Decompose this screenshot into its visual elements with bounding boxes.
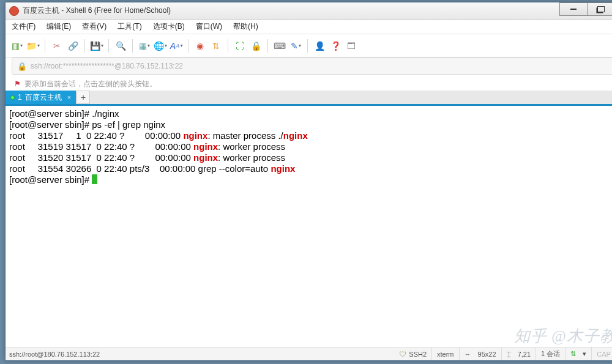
tray-arrow-icon[interactable]: ▾	[583, 350, 586, 358]
menu-help[interactable]: 帮助(H)	[231, 20, 261, 33]
minimize-button[interactable]	[559, 2, 588, 16]
terminal-line: root 31517 1 0 22:40 ? 00:00:00 nginx: m…	[9, 130, 612, 141]
terminal-line: root 31554 30266 0 22:40 pts/3 00:00:00 …	[9, 163, 612, 174]
font-button[interactable]: AA▾	[170, 39, 183, 53]
session-tab[interactable]: 1 百度云主机 ×	[6, 91, 76, 104]
help-button[interactable]: ❓	[329, 39, 342, 53]
menu-view[interactable]: 查看(V)	[80, 20, 109, 33]
highlighter-button[interactable]: ✎▾	[289, 39, 302, 53]
flag-icon: ⚑	[14, 80, 21, 88]
expand-button[interactable]: ⛶	[233, 39, 247, 53]
terminal-line: [root@server sbin]# ./nginx	[9, 108, 612, 119]
status-connection: ssh://root@180.76.152.113:22	[9, 351, 394, 358]
open-folder-button[interactable]: 📁▾	[26, 39, 40, 53]
status-sessions: 1 会话	[536, 347, 565, 360]
lock-icon: 🔒	[17, 62, 27, 71]
menu-file[interactable]: 文件(F)	[9, 20, 38, 33]
tab-label: 百度云主机	[25, 92, 62, 103]
user-button[interactable]: 👤	[313, 39, 326, 53]
properties-button[interactable]: ▦▾	[138, 39, 151, 53]
transfer-button[interactable]: ⇅	[209, 39, 223, 53]
new-tab-button[interactable]: +	[76, 91, 90, 104]
status-proto: SSH2	[409, 351, 427, 358]
maximize-button[interactable]	[587, 2, 612, 16]
address-text: ssh://root:******************@180.76.152…	[31, 62, 612, 70]
toolbar: ▥▾ 📁▾ ✂ 🔗 💾▾ 🔍 ▦▾ 🌐▾ AA▾ ◉ ⇅ ⛶ 🔒 ⌨ ✎▾ 👤 …	[6, 34, 612, 58]
status-pos: 7,21	[518, 351, 531, 358]
terminal-pane[interactable]: [root@server sbin]# ./nginx[root@server …	[6, 106, 612, 348]
cursor-icon: ⌶	[507, 351, 511, 358]
status-size: 95x22	[478, 351, 496, 358]
status-bar: ssh://root@180.76.152.113:22 🛡SSH2 xterm…	[6, 347, 612, 360]
lock-button[interactable]: 🔒	[249, 39, 263, 53]
status-cap: CAP	[591, 347, 612, 360]
menu-window[interactable]: 窗口(W)	[193, 20, 225, 33]
tab-index: 1	[18, 93, 22, 102]
window-title: 百度云主机 - Xshell 6 (Free for Home/School)	[23, 6, 612, 16]
resize-icon: ↔	[465, 351, 471, 358]
hint-text: 要添加当前会话，点击左侧的箭头按钮。	[24, 79, 157, 89]
terminal-line: root 31520 31517 0 22:40 ? 00:00:00 ngin…	[9, 152, 612, 163]
signal-icon: ⇅	[570, 350, 576, 358]
app-icon	[9, 6, 19, 16]
globe-button[interactable]: 🌐▾	[154, 39, 167, 53]
app-window: 百度云主机 - Xshell 6 (Free for Home/School) …	[5, 2, 612, 361]
info-button[interactable]: 🗔	[345, 39, 358, 53]
tab-strip: 1 百度云主机 × + ◂ ▸ ▾	[6, 91, 612, 106]
search-button[interactable]: 🔍	[114, 39, 127, 53]
link-button[interactable]: 🔗	[66, 39, 80, 53]
cut-button[interactable]: ✂	[50, 39, 64, 53]
terminal-line: root 31519 31517 0 22:40 ? 00:00:00 ngin…	[9, 141, 612, 152]
status-dot-icon	[10, 95, 15, 100]
terminal-line: [root@server sbin]#	[9, 174, 612, 185]
address-bar[interactable]: 🔒 ssh://root:******************@180.76.1…	[12, 58, 612, 75]
shield-icon: 🛡	[399, 350, 406, 358]
menu-edit[interactable]: 编辑(E)	[44, 20, 73, 33]
new-session-button[interactable]: ▥▾	[10, 39, 24, 53]
title-bar[interactable]: 百度云主机 - Xshell 6 (Free for Home/School)	[6, 2, 612, 20]
keyboard-button[interactable]: ⌨	[273, 39, 286, 53]
hint-bar: ⚑ 要添加当前会话，点击左侧的箭头按钮。	[6, 77, 612, 91]
menu-tools[interactable]: 工具(T)	[115, 20, 144, 33]
tab-close-icon[interactable]: ×	[67, 94, 71, 101]
menu-bar: 文件(F) 编辑(E) 查看(V) 工具(T) 选项卡(B) 窗口(W) 帮助(…	[6, 20, 612, 34]
terminal-line: [root@server sbin]# ps -ef | grep nginx	[9, 119, 612, 130]
status-emulation: xterm	[431, 347, 459, 360]
menu-tabs[interactable]: 选项卡(B)	[151, 20, 187, 33]
record-icon[interactable]: ◉	[193, 39, 207, 53]
save-button[interactable]: 💾▾	[90, 39, 103, 53]
